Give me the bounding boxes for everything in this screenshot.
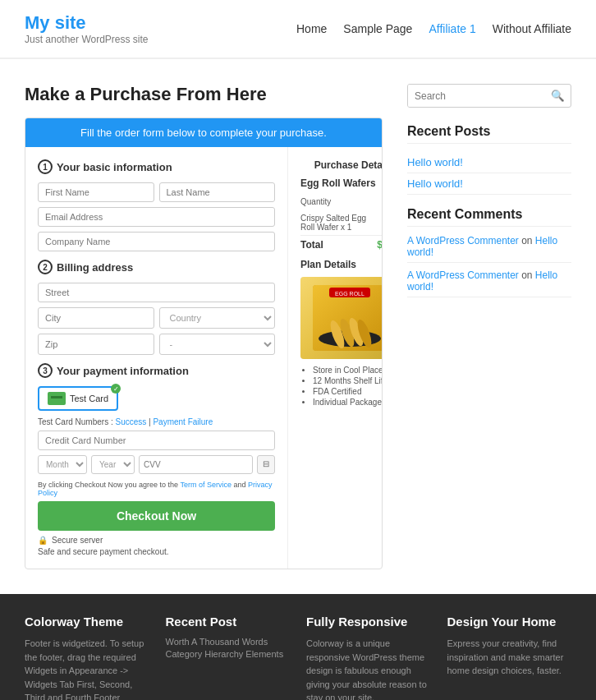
card-select-btn[interactable]: Test Card ✓ [38, 386, 118, 411]
step3-label: Your payment information [57, 365, 189, 377]
name-row [38, 182, 275, 202]
step2-title: 2 Billing address [38, 260, 275, 274]
comment-1: A WordPress Commenter on Hello world! [407, 235, 571, 263]
footer-post-link-1[interactable]: Worth A Thousand Words [166, 637, 291, 647]
privacy-link[interactable]: Privacy Policy [38, 481, 273, 497]
site-header: My site Just another WordPress site Home… [0, 0, 596, 58]
payment-failure-link[interactable]: Payment Failure [153, 417, 213, 426]
purchase-details-panel: Purchase Details Egg Roll Wafers Quantit… [288, 147, 383, 569]
step3-num: 3 [38, 363, 53, 378]
footer-col-design: Design Your Home Express your creativity… [447, 615, 572, 700]
svg-rect-1 [51, 396, 62, 398]
main-nav: Home Sample Page Affiliate 1 Without Aff… [296, 22, 571, 35]
last-name-input[interactable] [159, 182, 276, 202]
checkout-form: 1 Your basic information [25, 147, 288, 569]
year-select[interactable]: Year [91, 455, 135, 474]
recent-posts-list: Hello world! Hello world! [407, 152, 571, 195]
search-box: 🔍 [407, 84, 571, 108]
comment-author-2[interactable]: A WordPress Commenter [407, 269, 519, 281]
content-area: Make a Purchase From Here Fill the order… [25, 84, 383, 569]
nav-sample-page[interactable]: Sample Page [343, 22, 412, 35]
sidebar: 🔍 Recent Posts Hello world! Hello world!… [407, 84, 571, 569]
step3-title: 3 Your payment information [38, 363, 275, 378]
test-card-label: Test Card Numbers : [38, 417, 113, 426]
card-label: Test Card [70, 394, 108, 403]
footer-title-recent: Recent Post [166, 615, 291, 629]
step2-num: 2 [38, 260, 53, 274]
month-select[interactable]: Month [38, 455, 87, 474]
zip-input[interactable] [38, 334, 154, 355]
checkout-button[interactable]: Checkout Now [38, 501, 275, 531]
city-input[interactable] [38, 307, 154, 329]
nav-without-affiliate[interactable]: Without Affiliate [493, 22, 571, 35]
search-input[interactable] [408, 85, 544, 107]
total-row: Total $10.00 [300, 239, 383, 251]
comment-author-1[interactable]: A WordPress Commenter [407, 235, 519, 246]
plan-title: Plan Details [300, 259, 383, 270]
svg-text:EGG ROLL: EGG ROLL [335, 291, 364, 297]
feature-4: Individual Package [313, 398, 383, 407]
nav-affiliate1[interactable]: Affiliate 1 [429, 22, 475, 35]
quantity-label: Quantity [300, 197, 331, 206]
footer-post-link-2[interactable]: Category Hierarchy Elements [166, 649, 291, 659]
product-features: Store in Cool Place 12 Months Shelf Life… [300, 366, 383, 407]
item-label: Crispy Salted Egg Roll Wafer x 1 [300, 214, 382, 232]
footer-col-responsive: Fully Responsive Colorway is a unique re… [306, 615, 431, 700]
post-link-2[interactable]: Hello world! [407, 173, 571, 195]
footer-title-design: Design Your Home [447, 615, 572, 629]
country-select[interactable]: Country [159, 307, 276, 329]
card-icon [48, 392, 66, 405]
purchase-details-title: Purchase Details [300, 159, 383, 171]
cvv-input[interactable] [139, 455, 253, 474]
product-name: Egg Roll Wafers [300, 177, 383, 189]
site-tagline: Just another WordPress site [25, 34, 149, 45]
street-input[interactable] [38, 283, 275, 302]
item-price: $10.00 [382, 214, 383, 232]
lock-icon: 🔒 [38, 536, 48, 545]
footer-title-colorway: Colorway Theme [25, 615, 149, 629]
test-card-info: Test Card Numbers : Success | Payment Fa… [38, 417, 275, 426]
main-container: Make a Purchase From Here Fill the order… [0, 59, 596, 594]
post-link-1[interactable]: Hello world! [407, 152, 571, 173]
cvv-icon: ⊟ [257, 455, 275, 474]
company-input[interactable] [38, 232, 275, 251]
footer-text-colorway: Footer is widgetized. To setup the foote… [25, 637, 149, 700]
cc-input[interactable] [38, 431, 275, 450]
site-title: My site [25, 12, 149, 34]
checkout-header: Fill the order form below to complete yo… [25, 118, 382, 147]
street-row [38, 283, 275, 302]
recent-posts-title: Recent Posts [407, 124, 571, 144]
footer-title-responsive: Fully Responsive [306, 615, 431, 629]
checkmark-icon: ✓ [111, 384, 121, 394]
email-row [38, 207, 275, 227]
price-row: Crispy Salted Egg Roll Wafer x 1 $10.00 [300, 214, 383, 236]
terms-link[interactable]: Term of Service [180, 481, 232, 489]
safe-text: Safe and secure payment checkout. [38, 547, 275, 556]
site-branding: My site Just another WordPress site [25, 12, 149, 45]
payment-date-row: Month Year ⊟ [38, 455, 275, 474]
first-name-input[interactable] [38, 182, 154, 202]
feature-1: Store in Cool Place [313, 366, 383, 375]
cc-row [38, 431, 275, 450]
email-input[interactable] [38, 207, 275, 227]
checkout-body: 1 Your basic information [25, 147, 382, 569]
secure-label: Secure server [52, 536, 103, 545]
zip-row: - [38, 334, 275, 355]
footer-col-recent-post: Recent Post Worth A Thousand Words Categ… [166, 615, 291, 700]
terms-text: By clicking Checkout Now you agree to th… [38, 481, 275, 497]
comments-list: A WordPress Commenter on Hello world! A … [407, 235, 571, 297]
feature-3: FDA Certified [313, 387, 383, 396]
feature-2: 12 Months Shelf Life [313, 376, 383, 385]
region-select[interactable]: - [159, 334, 276, 355]
company-row [38, 232, 275, 251]
footer-text-design: Express your creativity, find inspiratio… [447, 637, 572, 678]
step2-label: Billing address [57, 261, 133, 274]
success-link[interactable]: Success [115, 417, 146, 426]
recent-comments-title: Recent Comments [407, 207, 571, 227]
quantity-row: Quantity [300, 194, 383, 209]
footer-col-colorway: Colorway Theme Footer is widgetized. To … [25, 615, 149, 700]
step1-num: 1 [38, 159, 53, 174]
nav-home[interactable]: Home [296, 22, 327, 35]
search-button[interactable]: 🔍 [544, 85, 571, 107]
egg-roll-visual: EGG ROLL [300, 277, 383, 359]
